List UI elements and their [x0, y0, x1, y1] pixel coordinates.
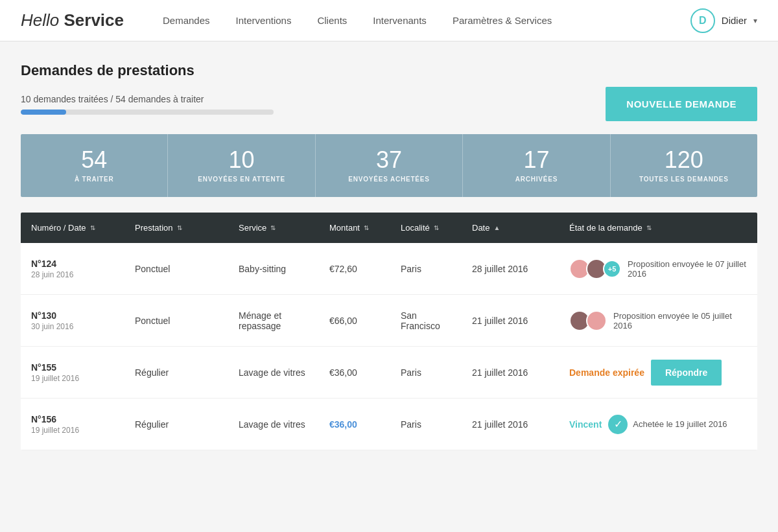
table-column-header[interactable]: Montant⇅	[319, 213, 390, 243]
table-body: N°12428 juin 2016PonctuelBaby-sitting€72…	[21, 243, 757, 450]
prestation-cell: Régulier	[124, 409, 228, 440]
stat-card[interactable]: 17ARCHIVÉES	[463, 134, 610, 197]
logo-service: Service	[64, 10, 124, 30]
stat-label: ARCHIVÉES	[469, 176, 603, 183]
localite-cell: San Francisco	[390, 300, 462, 341]
rdv-date-cell: 28 juillet 2016	[462, 253, 559, 284]
navbar: Hello Service Demandes Interventions Cli…	[0, 0, 778, 41]
stat-label: TOUTES LES DEMANDES	[617, 176, 751, 183]
new-demand-button[interactable]: NOUVELLE DEMANDE	[606, 87, 757, 121]
stat-card[interactable]: 54À TRAITER	[21, 134, 168, 197]
stat-label: À TRAITER	[27, 176, 161, 183]
stat-number: 10	[174, 148, 308, 172]
progress-section: 10 demandes traitées / 54 demandes à tra…	[21, 87, 757, 121]
order-number: N°156	[31, 414, 114, 424]
progress-bar-fill	[21, 110, 66, 115]
montant-cell: €72,60	[319, 253, 390, 284]
service-cell: Lavage de vitres	[228, 357, 319, 388]
nav-demandes[interactable]: Demandes	[163, 12, 210, 29]
table-row: N°13030 juin 2016PonctuelMénage et repas…	[21, 295, 757, 347]
nav-interventions[interactable]: Interventions	[236, 12, 292, 29]
service-cell: Lavage de vitres	[228, 409, 319, 440]
state-expired-text: Demande expirée	[569, 367, 644, 378]
chevron-down-icon[interactable]: ▾	[753, 16, 757, 25]
logo-hello: Hello	[21, 10, 59, 30]
progress-bar-bg	[21, 110, 274, 115]
table-column-header[interactable]: Numéro / Date⇅	[21, 213, 124, 243]
stat-label: ENVOYÉES ACHETÉES	[322, 176, 456, 183]
stat-number: 17	[469, 148, 603, 172]
avatar-initial: D	[699, 15, 707, 27]
column-label: État de la demande	[569, 223, 642, 233]
order-date: 19 juillet 2016	[31, 426, 114, 435]
rdv-date-cell: 21 juillet 2016	[462, 357, 559, 388]
purchased-text: Achetée le 19 juillet 2016	[633, 419, 727, 429]
column-label: Localité	[401, 223, 430, 233]
page-title: Demandes de prestations	[21, 62, 757, 79]
logo: Hello Service	[21, 10, 124, 30]
nav-intervenants[interactable]: Intervenants	[373, 12, 427, 29]
sort-icon: ⇅	[434, 224, 439, 231]
main-content: Demandes de prestations 10 demandes trai…	[0, 41, 778, 450]
order-number: N°130	[31, 310, 114, 321]
prestation-cell: Régulier	[124, 357, 228, 388]
order-number: N°124	[31, 259, 114, 269]
stat-card[interactable]: 10ENVOYÉES EN ATTENTE	[168, 134, 315, 197]
order-number: N°155	[31, 362, 114, 373]
table-column-header[interactable]: Prestation⇅	[124, 213, 228, 243]
table-header: Numéro / Date⇅Prestation⇅Service⇅Montant…	[21, 213, 757, 243]
avatar-more: +5	[603, 260, 621, 278]
rdv-date-cell: 21 juillet 2016	[462, 409, 559, 440]
order-number-cell: N°15619 juillet 2016	[21, 404, 124, 445]
state-name: Vincent	[569, 419, 602, 430]
nav-clients[interactable]: Clients	[317, 12, 347, 29]
reply-button[interactable]: Répondre	[651, 360, 722, 386]
table-column-header[interactable]: Date▲	[462, 213, 559, 243]
sort-icon: ⇅	[177, 224, 182, 231]
avatar: D	[690, 8, 715, 33]
table-row: N°15519 juillet 2016RégulierLavage de vi…	[21, 347, 757, 399]
state-text: Proposition envoyée le 07 juillet 2016	[628, 259, 747, 279]
table-section: Numéro / Date⇅Prestation⇅Service⇅Montant…	[21, 213, 757, 450]
state-cell: Demande expiréeRépondre	[559, 349, 757, 396]
avatar	[586, 310, 607, 331]
state-cell: Vincent✓Achetée le 19 juillet 2016	[559, 404, 757, 445]
sort-icon: ▲	[493, 224, 500, 231]
purchased-badge: ✓Achetée le 19 juillet 2016	[608, 415, 727, 434]
progress-text: 10 demandes traitées / 54 demandes à tra…	[21, 94, 606, 104]
montant-cell: €66,00	[319, 305, 390, 336]
order-number-cell: N°12428 juin 2016	[21, 248, 124, 290]
column-label: Numéro / Date	[31, 223, 86, 233]
order-date: 19 juillet 2016	[31, 374, 114, 383]
service-cell: Baby-sitting	[228, 253, 319, 284]
table-column-header[interactable]: Localité⇅	[390, 213, 462, 243]
column-label: Prestation	[135, 223, 173, 233]
check-circle-icon: ✓	[608, 415, 628, 434]
column-label: Date	[472, 223, 489, 233]
prestation-cell: Ponctuel	[124, 253, 228, 284]
progress-info: 10 demandes traitées / 54 demandes à tra…	[21, 94, 606, 115]
service-cell: Ménage et repassage	[228, 300, 319, 341]
state-text: Proposition envoyée le 05 juillet 2016	[613, 311, 747, 330]
state-cell: Proposition envoyée le 05 juillet 2016	[559, 300, 757, 341]
sort-icon: ⇅	[646, 224, 652, 231]
stat-label: ENVOYÉES EN ATTENTE	[174, 176, 308, 183]
montant-cell: €36,00	[319, 357, 390, 388]
column-label: Service	[239, 223, 266, 233]
username: Didier	[722, 15, 747, 26]
stat-card[interactable]: 120TOUTES LES DEMANDES	[611, 134, 757, 197]
localite-cell: Paris	[390, 253, 462, 284]
stat-cards: 54À TRAITER10ENVOYÉES EN ATTENTE37ENVOYÉ…	[21, 134, 757, 197]
avatars-group: +5	[569, 259, 621, 279]
table-column-header[interactable]: État de la demande⇅	[559, 213, 757, 243]
nav-user: D Didier ▾	[690, 8, 757, 33]
stat-number: 54	[27, 148, 161, 172]
table-row: N°15619 juillet 2016RégulierLavage de vi…	[21, 399, 757, 450]
table-column-header[interactable]: Service⇅	[228, 213, 319, 243]
nav-parametres[interactable]: Paramètres & Services	[453, 12, 552, 29]
stat-card[interactable]: 37ENVOYÉES ACHETÉES	[316, 134, 463, 197]
nav-links: Demandes Interventions Clients Intervena…	[163, 12, 690, 29]
sort-icon: ⇅	[364, 224, 369, 231]
rdv-date-cell: 21 juillet 2016	[462, 305, 559, 336]
stat-number: 120	[617, 148, 751, 172]
